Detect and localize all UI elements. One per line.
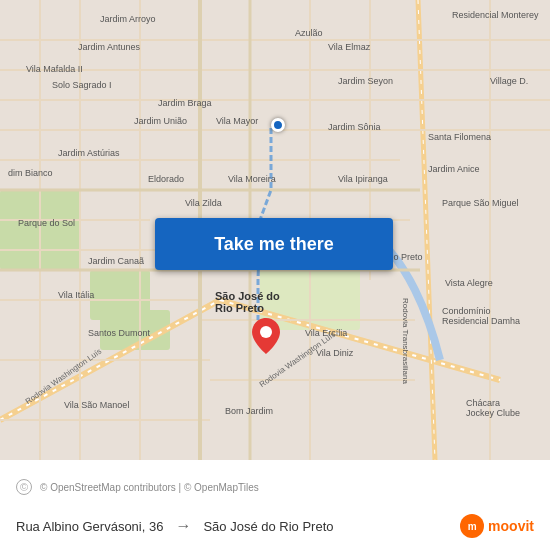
- route-from: Rua Albino Gervásoni, 36: [16, 519, 163, 534]
- take-me-there-button[interactable]: Take me there: [155, 218, 393, 270]
- bottom-bar: © © OpenStreetMap contributors | © OpenM…: [0, 460, 550, 550]
- route-to: São José do Rio Preto: [203, 519, 333, 534]
- route-arrow: →: [175, 517, 191, 535]
- route-info: © © OpenStreetMap contributors | © OpenM…: [0, 460, 550, 514]
- moovit-logo: m moovit: [460, 514, 534, 538]
- origin-marker: [271, 118, 285, 132]
- destination-marker: [252, 318, 280, 358]
- attribution-text: © OpenStreetMap contributors | © OpenMap…: [40, 482, 259, 493]
- moovit-icon: m: [460, 514, 484, 538]
- route-row: Rua Albino Gervásoni, 36 → São José do R…: [16, 517, 334, 535]
- svg-point-38: [260, 326, 272, 338]
- app: Jardim Arroyo Residencial Monterey Jardi…: [0, 0, 550, 550]
- copyright-icon: ©: [16, 479, 32, 495]
- moovit-text: moovit: [488, 518, 534, 534]
- map-container[interactable]: Jardim Arroyo Residencial Monterey Jardi…: [0, 0, 550, 460]
